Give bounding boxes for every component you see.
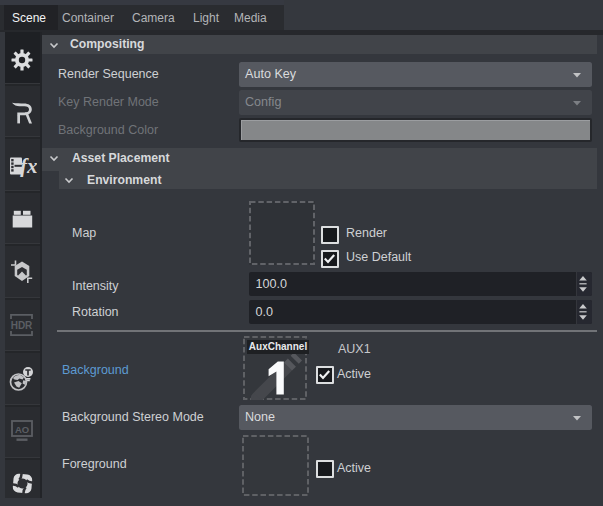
svg-text:AO: AO — [15, 424, 29, 435]
svg-text:HDR: HDR — [11, 320, 33, 331]
svg-text:fx: fx — [20, 155, 37, 177]
